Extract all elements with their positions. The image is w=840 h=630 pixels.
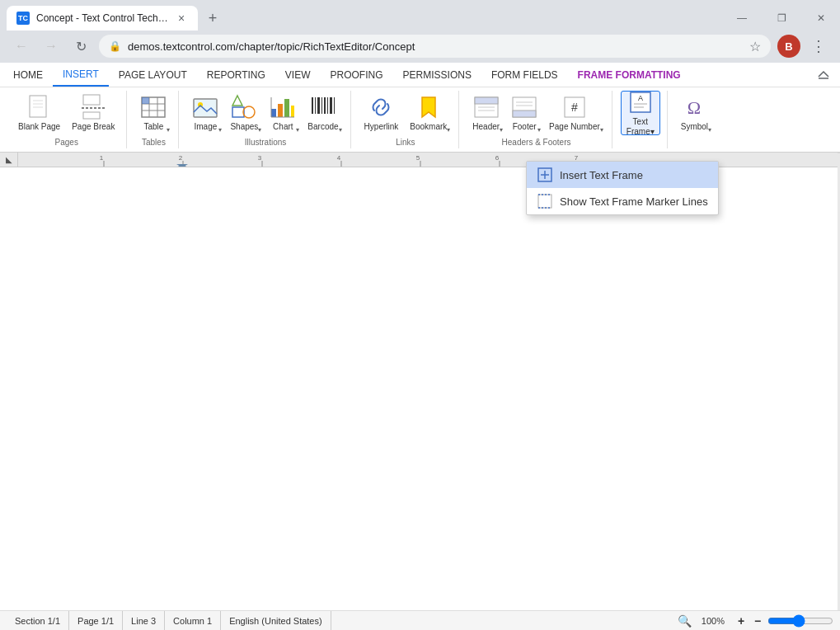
status-right: 🔍 100% + − (678, 614, 833, 628)
header-icon (473, 94, 500, 120)
ribbon-collapse-button[interactable] (810, 68, 837, 82)
tab-proofing[interactable]: PROOFING (321, 63, 393, 87)
url-text: demos.textcontrol.com/chapter/topic/Rich… (128, 40, 743, 53)
svg-point-17 (243, 106, 255, 118)
barcode-label: Barcode (307, 122, 338, 132)
header-label: Header (472, 122, 500, 132)
bookmark-star-icon[interactable]: ☆ (749, 39, 761, 54)
svg-text:5: 5 (416, 154, 420, 162)
svg-text:Ω: Ω (687, 97, 701, 118)
header-button[interactable]: Header ▾ (467, 91, 504, 135)
refresh-button[interactable]: ↻ (69, 35, 92, 58)
shapes-dropdown-arrow: ▾ (258, 126, 261, 134)
group-pages-label: Pages (13, 136, 120, 148)
zoom-slider[interactable] (767, 614, 833, 628)
zoom-controls: 🔍 100% + − (678, 614, 833, 628)
url-bar[interactable]: 🔒 demos.textcontrol.com/chapter/topic/Ri… (99, 35, 771, 58)
maximize-button[interactable]: ❐ (763, 3, 800, 33)
tab-view[interactable]: VIEW (275, 63, 321, 87)
bookmark-button[interactable]: Bookmark ▾ (405, 91, 452, 135)
back-button[interactable]: ← (10, 35, 33, 58)
more-options-button[interactable]: ⋮ (807, 35, 830, 58)
svg-rect-7 (83, 112, 100, 119)
table-icon (140, 94, 167, 120)
ribbon-tab-bar: HOME INSERT PAGE LAYOUT REPORTING VIEW P… (0, 63, 840, 87)
tab-insert[interactable]: INSERT (53, 63, 109, 87)
svg-rect-27 (321, 97, 322, 114)
page-break-label: Page Break (72, 122, 115, 132)
minimize-button[interactable]: — (723, 3, 761, 33)
barcode-icon (310, 94, 336, 120)
bookmark-dropdown-arrow: ▾ (447, 126, 450, 134)
svg-rect-24 (312, 97, 313, 114)
hyperlink-button[interactable]: Hyperlink (359, 91, 404, 135)
zoom-out-button[interactable]: − (751, 614, 764, 628)
browser-tab[interactable]: TC Concept - Text Control Technical × (7, 6, 198, 31)
svg-rect-31 (334, 97, 335, 114)
shapes-button[interactable]: Shapes ▾ (225, 91, 263, 135)
group-text: A TextFrame▾ (614, 91, 668, 148)
barcode-button[interactable]: Barcode ▾ (303, 91, 343, 135)
svg-rect-19 (278, 104, 283, 117)
tab-page-layout[interactable]: PAGE LAYOUT (109, 63, 197, 87)
svg-rect-28 (324, 97, 326, 114)
symbol-button[interactable]: Ω Symbol ▾ (676, 91, 713, 135)
barcode-dropdown-arrow: ▾ (339, 126, 342, 134)
group-text-label (621, 145, 660, 148)
zoom-in-button[interactable]: + (734, 614, 748, 628)
insert-text-frame-item[interactable]: Insert Text Frame (527, 162, 718, 188)
footer-icon (511, 94, 537, 120)
page-number-label: Page Number (549, 122, 600, 132)
svg-text:3: 3 (258, 154, 262, 162)
group-symbol-label (676, 145, 713, 148)
svg-rect-25 (315, 97, 316, 114)
window-controls: — ❐ ✕ (723, 3, 840, 33)
group-illustrations: Image ▾ Shapes ▾ (181, 91, 350, 148)
group-links-label: Links (359, 136, 453, 148)
tab-title: Concept - Text Control Technical (36, 12, 168, 24)
tab-favicon: TC (16, 12, 30, 25)
group-links: Hyperlink Bookmark ▾ Links (353, 91, 460, 148)
text-frame-button[interactable]: A TextFrame▾ (621, 91, 660, 135)
forward-button[interactable]: → (40, 35, 63, 58)
svg-rect-21 (291, 106, 294, 117)
ribbon: HOME INSERT PAGE LAYOUT REPORTING VIEW P… (0, 63, 840, 153)
chart-dropdown-arrow: ▾ (296, 126, 299, 134)
footer-button[interactable]: Footer ▾ (506, 91, 542, 135)
tab-form-fields[interactable]: FORM FIELDS (481, 63, 568, 87)
tab-permissions[interactable]: PERMISSIONS (393, 63, 481, 87)
zoom-out-icon[interactable]: 🔍 (678, 614, 692, 628)
editor-container: ◣ 1 2 3 4 (0, 153, 840, 610)
group-symbol: Ω Symbol ▾ (669, 91, 720, 148)
hyperlink-label: Hyperlink (364, 122, 399, 132)
chart-button[interactable]: Chart ▾ (265, 91, 301, 135)
page-number-button[interactable]: # Page Number ▾ (544, 91, 605, 135)
page-number-icon: # (561, 94, 588, 120)
zoom-level: 100% (702, 616, 725, 626)
svg-rect-20 (284, 99, 289, 117)
footer-dropdown-arrow: ▾ (537, 126, 541, 134)
svg-text:6: 6 (495, 154, 500, 162)
blank-page-label: Blank Page (18, 122, 60, 132)
svg-rect-29 (327, 97, 328, 114)
show-marker-lines-item[interactable]: Show Text Frame Marker Lines (527, 188, 718, 214)
text-frame-icon: A (627, 89, 654, 115)
group-illustrations-label: Illustrations (187, 136, 343, 148)
close-button[interactable]: ✕ (802, 3, 840, 33)
new-tab-button[interactable]: + (201, 7, 224, 30)
bookmark-icon (415, 94, 442, 120)
svg-rect-33 (475, 97, 498, 104)
page-break-button[interactable]: Page Break (67, 91, 120, 135)
tab-home[interactable]: HOME (3, 63, 53, 87)
tab-close-button[interactable]: × (175, 12, 188, 25)
text-frame-label: TextFrame▾ (626, 117, 655, 137)
symbol-dropdown-arrow: ▾ (708, 126, 711, 134)
table-button[interactable]: Table ▾ (135, 91, 171, 135)
lock-icon: 🔒 (109, 40, 121, 52)
image-button[interactable]: Image ▾ (187, 91, 223, 135)
profile-button[interactable]: B (777, 35, 800, 58)
image-label: Image (195, 122, 218, 132)
tab-frame-formatting[interactable]: FRAME FORMATTING (568, 63, 691, 87)
tab-reporting[interactable]: REPORTING (197, 63, 275, 87)
blank-page-button[interactable]: Blank Page (13, 91, 65, 135)
